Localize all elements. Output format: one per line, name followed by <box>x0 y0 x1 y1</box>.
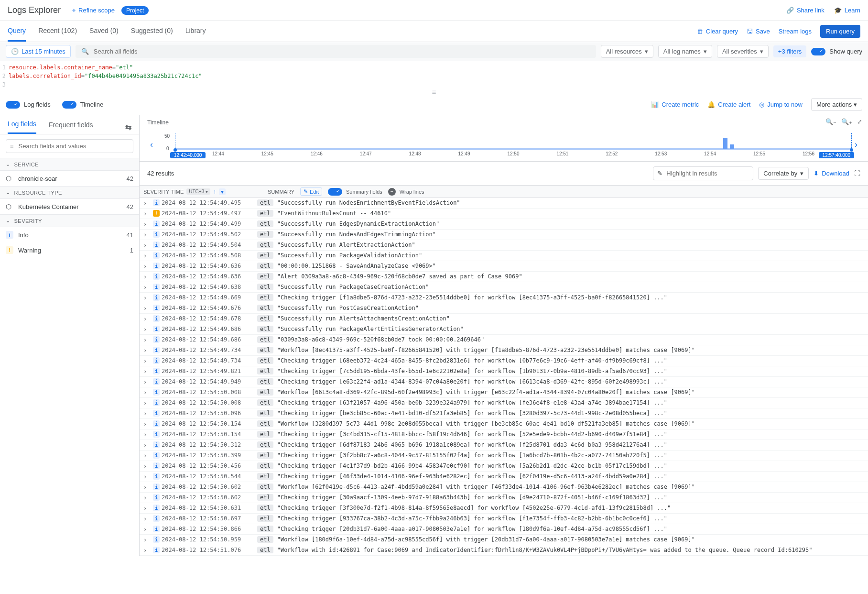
show-query-toggle[interactable]: Show query <box>811 48 862 55</box>
sidebar-item[interactable]: iInfo41 <box>0 227 139 242</box>
timeline-bar[interactable] <box>730 144 734 149</box>
log-row[interactable]: ›i2024-08-12 12:54:50.008etl"Workflow [6… <box>140 387 868 398</box>
log-row[interactable]: ›!2024-08-12 12:54:49.497etl"EventWithou… <box>140 209 868 219</box>
expand-row-button[interactable]: › <box>143 399 151 407</box>
summary-fields-toggle[interactable]: Summary fields <box>328 188 382 196</box>
timezone-chip[interactable]: UTC+3 ▾ <box>186 188 210 195</box>
search-all-fields-input[interactable] <box>93 47 590 55</box>
expand-row-button[interactable]: › <box>143 294 151 301</box>
sidebar-search-input[interactable] <box>18 142 129 150</box>
expand-row-button[interactable]: › <box>143 263 151 270</box>
filter-resources[interactable]: All resources ▾ <box>601 45 653 58</box>
scope-chip[interactable]: Project <box>121 6 149 15</box>
zoom-in-icon[interactable]: 🔍₊ <box>841 118 852 125</box>
clear-query-button[interactable]: 🗑 Clear query <box>697 28 738 35</box>
expand-row-button[interactable]: › <box>143 273 151 280</box>
more-actions-button[interactable]: More actions ▾ <box>811 98 862 111</box>
query-editor[interactable]: 1resource.labels.container_name="etl"2la… <box>0 61 868 94</box>
sidebar-tab-logfields[interactable]: Log fields <box>8 120 36 134</box>
edit-summary-button[interactable]: ✎ Edit <box>300 187 322 196</box>
log-row[interactable]: ›i2024-08-12 12:54:50.631etl"Checking tr… <box>140 503 868 514</box>
expand-row-button[interactable]: › <box>143 441 151 449</box>
sidebar-section-header[interactable]: ⌄ SERVICE <box>0 158 139 171</box>
timeline-start-marker[interactable] <box>175 133 175 150</box>
expand-row-button[interactable]: › <box>143 378 151 385</box>
share-link-button[interactable]: 🔗 Share link <box>786 7 825 14</box>
log-row[interactable]: ›i2024-08-12 12:54:50.096etl"Checking tr… <box>140 408 868 419</box>
expand-row-button[interactable]: › <box>143 231 151 238</box>
expand-row-button[interactable]: › <box>143 315 151 322</box>
log-row[interactable]: ›i2024-08-12 12:54:50.312etl"Checking tr… <box>140 440 868 451</box>
expand-row-button[interactable]: › <box>143 210 151 217</box>
expand-row-button[interactable]: › <box>143 199 151 207</box>
expand-row-button[interactable]: › <box>143 452 151 459</box>
log-row[interactable]: ›i2024-08-12 12:54:50.399etl"Checking tr… <box>140 451 868 461</box>
main-tab[interactable]: Library <box>185 21 206 42</box>
expand-row-button[interactable]: › <box>143 220 151 228</box>
log-row[interactable]: ›i2024-08-12 12:54:50.008etl"Checking tr… <box>140 398 868 408</box>
expand-row-button[interactable]: › <box>143 368 151 375</box>
log-row[interactable]: ›i2024-08-12 12:54:49.636etl"Alert 0309a… <box>140 272 868 282</box>
expand-row-button[interactable]: › <box>143 515 151 522</box>
filter-lognames[interactable]: All log names ▾ <box>658 45 712 58</box>
log-row[interactable]: ›i2024-08-12 12:54:49.678etl"Successfull… <box>140 314 868 324</box>
log-row[interactable]: ›i2024-08-12 12:54:50.602etl"Workflow [6… <box>140 482 868 493</box>
zoom-out-icon[interactable]: 🔍₋ <box>825 118 836 125</box>
expand-row-button[interactable]: › <box>143 347 151 354</box>
sidebar-item[interactable]: ⬡Kubernetes Container42 <box>0 199 139 214</box>
learn-button[interactable]: 🎓 Learn <box>834 7 860 14</box>
log-row[interactable]: ›i2024-08-12 12:54:49.636etl"00:00:00.12… <box>140 261 868 272</box>
log-row[interactable]: ›i2024-08-12 12:54:49.734etl"Workflow [8… <box>140 345 868 356</box>
log-row[interactable]: ›i2024-08-12 12:54:50.697etl"Checking tr… <box>140 514 868 524</box>
expand-row-button[interactable]: › <box>143 410 151 417</box>
log-row[interactable]: ›i2024-08-12 12:54:50.866etl"Checking tr… <box>140 524 868 535</box>
highlight-input[interactable] <box>665 169 749 177</box>
log-row[interactable]: ›i2024-08-12 12:54:50.602etl"Checking tr… <box>140 493 868 503</box>
stream-logs-button[interactable]: Stream logs <box>779 28 812 35</box>
swap-panels-button[interactable]: ⇆ <box>125 122 131 132</box>
timeline-prev-button[interactable]: ‹ <box>147 140 156 150</box>
logfields-toggle[interactable]: Log fields <box>6 101 51 109</box>
expand-icon[interactable]: ⤢ <box>857 118 862 125</box>
correlate-by-button[interactable]: Correlate by ▾ <box>758 167 809 180</box>
expand-row-button[interactable]: › <box>143 494 151 501</box>
main-tab[interactable]: Suggested (0) <box>131 21 173 42</box>
create-alert-button[interactable]: 🔔 Create alert <box>707 101 750 108</box>
log-row[interactable]: ›i2024-08-12 12:54:49.669etl"Checking tr… <box>140 293 868 303</box>
create-metric-button[interactable]: 📊 Create metric <box>651 101 699 108</box>
filter-severities[interactable]: All severities ▾ <box>717 45 769 58</box>
expand-row-button[interactable]: › <box>143 484 151 491</box>
expand-row-button[interactable]: › <box>143 252 151 259</box>
sidebar-item[interactable]: !Warning1 <box>0 242 139 258</box>
search-all-fields[interactable]: 🔍 <box>76 45 596 58</box>
log-row[interactable]: ›i2024-08-12 12:54:50.154etl"Workflow [3… <box>140 419 868 429</box>
timeline-chart[interactable]: 50 0 12:42:40.000 12:57:40.000 12:4412:4… <box>156 131 852 158</box>
expand-row-button[interactable]: › <box>143 420 151 428</box>
editor-resize-handle[interactable]: ≡ <box>0 90 868 94</box>
log-row[interactable]: ›i2024-08-12 12:54:50.456etl"Checking tr… <box>140 461 868 472</box>
save-query-button[interactable]: 🖫 Save <box>747 28 770 35</box>
log-row[interactable]: ›i2024-08-12 12:54:49.504etl"Successfull… <box>140 240 868 251</box>
sidebar-section-header[interactable]: ⌄ SEVERITY <box>0 214 139 227</box>
main-tab[interactable]: Recent (102) <box>38 21 77 42</box>
log-row[interactable]: ›i2024-08-12 12:54:49.499etl"Successfull… <box>140 219 868 230</box>
time-range-button[interactable]: 🕒 Last 15 minutes <box>6 45 71 58</box>
log-row[interactable]: ›i2024-08-12 12:54:50.154etl"Checking tr… <box>140 429 868 440</box>
timeline-next-button[interactable]: › <box>852 140 860 150</box>
log-row[interactable]: ›i2024-08-12 12:54:51.076etl"Workflow wi… <box>140 545 868 556</box>
sidebar-section-header[interactable]: ⌄ RESOURCE TYPE <box>0 186 139 199</box>
sort-asc-button[interactable]: ↑ <box>213 188 216 195</box>
sort-menu-button[interactable]: ▾ <box>219 188 226 195</box>
timeline-toggle[interactable]: Timeline <box>62 101 104 109</box>
main-tab[interactable]: Saved (0) <box>89 21 119 42</box>
log-row[interactable]: ›i2024-08-12 12:54:49.638etl"Successfull… <box>140 282 868 293</box>
log-row[interactable]: ›i2024-08-12 12:54:49.676etl"Successfull… <box>140 303 868 314</box>
timeline-end-marker[interactable] <box>851 133 852 150</box>
log-row[interactable]: ›i2024-08-12 12:54:49.508etl"Successfull… <box>140 251 868 261</box>
expand-row-button[interactable]: › <box>143 336 151 343</box>
refine-scope-button[interactable]: ⌖ Refine scope <box>72 7 115 14</box>
log-row[interactable]: ›i2024-08-12 12:54:49.495etl"Successfull… <box>140 198 868 209</box>
log-row[interactable]: ›i2024-08-12 12:54:49.821etl"Checking tr… <box>140 366 868 377</box>
expand-row-button[interactable]: › <box>143 431 151 438</box>
expand-row-button[interactable]: › <box>143 526 151 533</box>
